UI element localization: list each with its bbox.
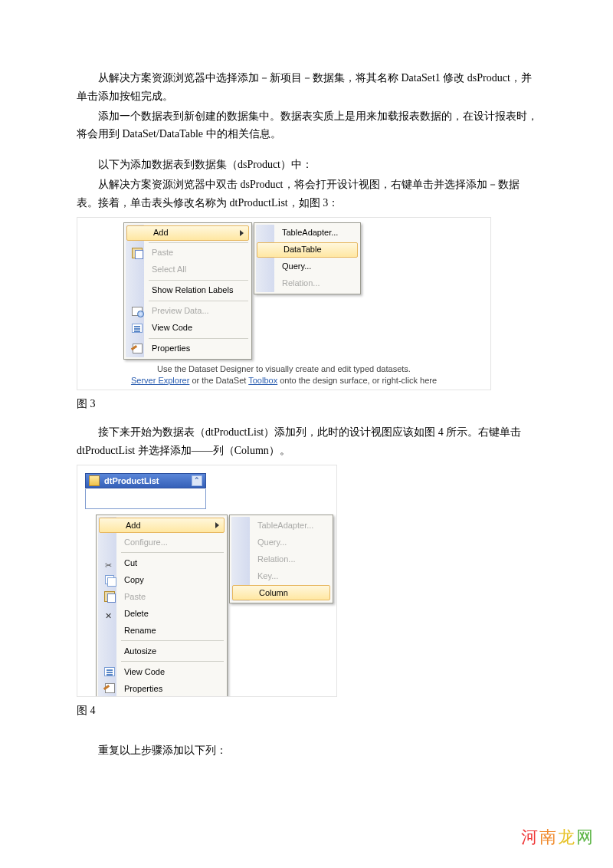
paragraph: 重复以上步骤添加以下列： [77,741,540,760]
site-watermark: 河南龙网 [521,823,595,851]
menu-item-key[interactable]: Key... [231,567,331,584]
paragraph: 从解决方案资源浏览器中选择添加－新项目－数据集，将其名称 DataSet1 修改… [77,69,540,106]
preview-icon [132,307,143,316]
menu-label: Show Relation Labels [152,283,236,298]
hint-text: onto the design surface, or right-click … [277,376,437,385]
menu-item-add[interactable]: Add [99,518,225,533]
chevron-up-icon[interactable]: ⌃ [192,475,202,486]
menu-label: Preview Data... [152,304,236,318]
hint-text: or the DataSet [189,376,248,385]
menu-item-paste[interactable]: Paste [98,588,225,605]
paste-icon [104,591,115,602]
menu-label: TableAdapter... [257,518,317,533]
copy-icon [105,575,114,584]
figure-4: dtProductList ⌃ Add Configure... [77,465,337,697]
menu-label: Configure... [124,535,211,550]
menu-item-select-all[interactable]: Select All [126,261,250,278]
figure-3: Add Paste Select All Show Relation Label… [77,217,491,390]
menu-label: Select All [152,262,236,277]
menu-label: Cut [124,556,211,570]
chevron-right-icon [240,230,244,236]
code-icon [104,667,115,676]
figure-caption: 图 4 [77,702,540,720]
menu-label: Rename [124,623,211,638]
datatable-icon [89,475,100,486]
menu-label: Properties [124,682,211,696]
menu-label: Column [259,586,316,600]
menu-item-query[interactable]: Query... [231,534,331,551]
submenu-add: TableAdapter... DataTable Query... Relat… [254,222,361,294]
menu-label: View Code [152,321,236,335]
menu-label: Query... [257,535,317,550]
menu-item-show-relation[interactable]: Show Relation Labels [126,282,250,299]
menu-label: Query... [282,259,345,274]
menu-label: Paste [152,245,236,260]
paragraph: 以下为添加数据表到数据集（dsProduct）中： [77,156,540,174]
datatable-name: dtProductList [104,474,159,488]
hint-line: Server Explorer or the DataSet Toolbox o… [77,375,490,386]
menu-item-properties[interactable]: Properties [126,340,250,357]
menu-label: Copy [124,573,211,587]
menu-item-autosize[interactable]: Autosize [98,643,225,659]
chevron-right-icon [215,522,219,528]
menu-item-configure[interactable]: Configure... [98,534,225,551]
context-menu: Add Paste Select All Show Relation Label… [123,222,252,360]
menu-item-relation[interactable]: Relation... [231,551,331,567]
menu-item-relation[interactable]: Relation... [256,275,359,292]
menu-label: Delete [124,607,211,621]
link-server-explorer[interactable]: Server Explorer [131,376,189,385]
menu-label: Add [153,225,234,240]
menu-label: TableAdapter... [282,225,345,240]
menu-item-cut[interactable]: Cut [98,554,225,571]
menu-item-tableadapter[interactable]: TableAdapter... [256,225,359,242]
menu-label: Autosize [124,644,211,659]
menu-label: Properties [152,341,236,356]
delete-icon [105,609,114,618]
datatable-header[interactable]: dtProductList ⌃ [85,473,206,488]
menu-item-column[interactable]: Column [232,585,330,600]
code-icon [132,324,143,333]
designer-hint: Use the Dataset Designer to visually cre… [77,363,490,386]
menu-label: View Code [124,665,211,679]
paragraph: 从解决方案资源浏览器中双击 dsProduct，将会打开设计视图，右键单击并选择… [77,176,540,212]
paragraph: 接下来开始为数据表（dtProductList）添加列，此时的设计视图应该如图 … [77,423,540,460]
menu-item-properties[interactable]: Properties [98,680,225,697]
document-body: 从解决方案资源浏览器中选择添加－新项目－数据集，将其名称 DataSet1 修改… [0,0,613,792]
menu-label: Key... [257,569,317,584]
hint-line: Use the Dataset Designer to visually cre… [77,363,490,375]
figure-caption: 图 3 [77,395,540,413]
paragraph: 添加一个数据表到新创建的数据集中。数据表实质上是用来加载报表数据的，在设计报表时… [77,107,540,144]
menu-item-view-code[interactable]: View Code [98,663,225,680]
submenu-add: TableAdapter... Query... Relation... Key… [229,515,333,603]
menu-item-paste[interactable]: Paste [126,245,250,261]
context-menu: Add Configure... Cut Copy [96,515,228,697]
menu-item-query[interactable]: Query... [256,258,359,275]
menu-item-add[interactable]: Add [126,225,249,241]
link-toolbox[interactable]: Toolbox [248,376,277,385]
properties-icon [105,683,115,693]
menu-item-copy[interactable]: Copy [98,571,225,588]
menu-item-tableadapter[interactable]: TableAdapter... [231,517,331,534]
menu-label: Relation... [282,276,345,291]
menu-label: DataTable [284,242,343,257]
menu-label: Paste [124,590,211,604]
menu-label: Add [126,518,210,533]
menu-item-datatable[interactable]: DataTable [257,242,358,258]
properties-icon [133,344,143,353]
menu-item-rename[interactable]: Rename [98,622,225,639]
menu-item-view-code[interactable]: View Code [126,320,250,337]
cut-icon [105,558,114,567]
menu-label: Relation... [257,552,317,567]
menu-item-preview-data[interactable]: Preview Data... [126,303,250,320]
paste-icon [132,248,143,258]
datatable-body[interactable] [85,489,206,509]
menu-item-delete[interactable]: Delete [98,605,225,622]
